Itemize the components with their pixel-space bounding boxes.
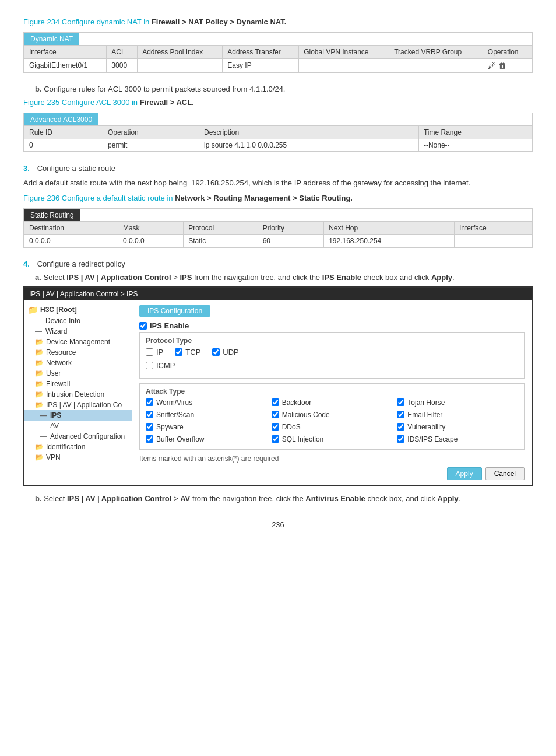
malicious-checkbox-row: Malicious Code [272, 411, 393, 419]
udp-checkbox-row: UDP [212, 348, 238, 356]
col-tracked-vrrp: Tracked VRRP Group [389, 46, 483, 59]
step-3-body: Add a default static route with the next… [23, 177, 533, 189]
sidebar-item-intrusion-detection[interactable]: 📂Intrusion Detection [24, 389, 132, 400]
col-description: Description [199, 126, 419, 139]
sql-checkbox[interactable] [272, 435, 279, 443]
sidebar-item-wizard[interactable]: —Wizard [24, 326, 132, 337]
delete-icon[interactable]: 🗑 [498, 61, 506, 70]
sidebar-item-resource[interactable]: 📂Resource [24, 347, 132, 358]
folder-icon: 📂 [35, 338, 44, 346]
static-routing-table: Destination Mask Protocol Priority Next … [24, 221, 532, 247]
ids-checkbox[interactable] [397, 435, 404, 443]
page-number: 236 [23, 520, 533, 529]
step-4b: b. Select IPS | AV | Application Control… [35, 494, 533, 503]
ids-checkbox-row: IDS/IPS Escape [397, 435, 518, 443]
sidebar-item-ips-av-app[interactable]: 📂IPS | AV | Application Co [24, 400, 132, 410]
tcp-checkbox-row: TCP [175, 348, 200, 356]
col-interface: Interface [24, 46, 107, 59]
attack-type-group: Attack Type Worm/Virus Backdoor Tojan Ho… [139, 383, 525, 450]
dash-icon: — [40, 432, 47, 440]
folder-icon: 📂 [35, 453, 44, 461]
sidebar-item-ips[interactable]: —IPS [24, 410, 132, 421]
icmp-checkbox-row: ICMP [146, 361, 175, 370]
email-checkbox[interactable] [397, 411, 404, 418]
acl-table: Rule ID Operation Description Time Range… [24, 125, 532, 152]
ddos-checkbox-row: DDoS [272, 423, 393, 431]
icmp-checkbox[interactable] [146, 362, 153, 369]
sidebar-item-device-info[interactable]: —Device Info [24, 316, 132, 326]
col-destination: Destination [24, 221, 118, 235]
sidebar-item-vpn[interactable]: 📂VPN [24, 452, 132, 463]
figure-236-table-wrapper: Static Routing Destination Mask Protocol… [23, 208, 533, 248]
dash-icon: — [40, 411, 47, 419]
step-4a: a. Select IPS | AV | Application Control… [35, 273, 533, 282]
col-next-hop: Next Hop [324, 221, 455, 235]
cancel-button[interactable]: Cancel [485, 467, 525, 480]
col-operation: Operation [483, 46, 532, 59]
table-row: 0 permit ip source 4.1.1.0 0.0.0.255 --N… [24, 139, 532, 152]
ips-enable-label: IPS Enable [150, 321, 189, 330]
advanced-acl-tab: Advanced ACL3000 [24, 113, 98, 125]
ddos-checkbox[interactable] [272, 423, 279, 430]
ips-config-tab[interactable]: IPS Configuration [139, 305, 210, 317]
ips-panel-header: IPS | AV | Application Control > IPS [24, 288, 532, 300]
col-mask: Mask [118, 221, 183, 235]
malicious-checkbox[interactable] [272, 411, 279, 418]
col-operation: Operation [103, 126, 199, 139]
col-address-pool-index: Address Pool Index [138, 46, 223, 59]
step-4: 4. Configure a redirect policy [23, 260, 533, 268]
dynamic-nat-table: Interface ACL Address Pool Index Address… [24, 45, 532, 72]
tojan-checkbox-row: Tojan Horse [397, 398, 518, 407]
nav-root[interactable]: 📁 H3C [Root] [24, 304, 132, 316]
required-note: Items marked with an asterisk(*) are req… [139, 454, 525, 463]
backdoor-checkbox[interactable] [272, 398, 279, 406]
worm-checkbox-row: Worm/Virus [146, 398, 267, 407]
ips-enable-row: IPS Enable [139, 321, 525, 330]
ips-enable-checkbox[interactable] [139, 322, 147, 330]
col-acl: ACL [107, 46, 138, 59]
figure-235-table-wrapper: Advanced ACL3000 Rule ID Operation Descr… [23, 113, 533, 152]
spyware-checkbox[interactable] [146, 423, 153, 430]
dash-icon: — [40, 422, 47, 430]
sidebar-item-advanced-config[interactable]: —Advanced Configuration [24, 431, 132, 442]
ips-panel: IPS | AV | Application Control > IPS 📁 H… [23, 286, 533, 486]
dynamic-nat-tab: Dynamic NAT [24, 33, 79, 45]
table-row: 0.0.0.0 0.0.0.0 Static 60 192.168.250.25… [24, 235, 532, 247]
buffer-checkbox-row: Buffer Overflow [146, 435, 267, 443]
worm-checkbox[interactable] [146, 398, 153, 406]
vulnerability-checkbox[interactable] [397, 423, 404, 430]
sniffer-checkbox[interactable] [146, 411, 153, 418]
sniffer-checkbox-row: Sniffer/Scan [146, 411, 267, 419]
col-address-transfer: Address Transfer [223, 46, 299, 59]
col-priority: Priority [258, 221, 324, 235]
sidebar-item-identification[interactable]: 📂Identification [24, 442, 132, 452]
button-row: Apply Cancel [139, 467, 525, 480]
figure-236-caption: Figure 236 Configure a default static ro… [23, 194, 533, 202]
apply-button[interactable]: Apply [447, 467, 482, 480]
ip-checkbox-row: IP [146, 348, 163, 356]
col-protocol: Protocol [184, 221, 258, 235]
protocol-type-label: Protocol Type [146, 337, 518, 345]
dash-icon: — [35, 327, 42, 335]
edit-icon[interactable]: 🖉 [488, 61, 496, 70]
table-row: GigabitEthernet0/1 3000 Easy IP 🖉 🗑 [24, 59, 532, 72]
dash-icon: — [35, 317, 42, 325]
folder-icon: 📂 [35, 443, 44, 451]
buffer-checkbox[interactable] [146, 435, 153, 443]
ips-nav: 📁 H3C [Root] —Device Info —Wizard 📂Devic… [24, 300, 132, 485]
step-b1: b. Configure rules for ACL 3000 to permi… [35, 85, 533, 93]
sidebar-item-user[interactable]: 📂User [24, 368, 132, 379]
root-folder-icon: 📁 [28, 305, 38, 314]
sidebar-item-device-management[interactable]: 📂Device Management [24, 337, 132, 347]
udp-checkbox[interactable] [212, 348, 220, 356]
folder-icon: 📂 [35, 380, 44, 388]
tojan-checkbox[interactable] [397, 398, 404, 406]
ip-checkbox[interactable] [146, 348, 153, 356]
folder-icon: 📂 [35, 359, 44, 367]
figure-234-caption: Figure 234 Configure dynamic NAT in Fire… [23, 18, 533, 26]
sidebar-item-network[interactable]: 📂Network [24, 358, 132, 368]
protocol-type-group: Protocol Type IP TCP UDP [139, 332, 525, 379]
tcp-checkbox[interactable] [175, 348, 182, 356]
sidebar-item-firewall[interactable]: 📂Firewall [24, 379, 132, 389]
sidebar-item-av[interactable]: —AV [24, 421, 132, 431]
